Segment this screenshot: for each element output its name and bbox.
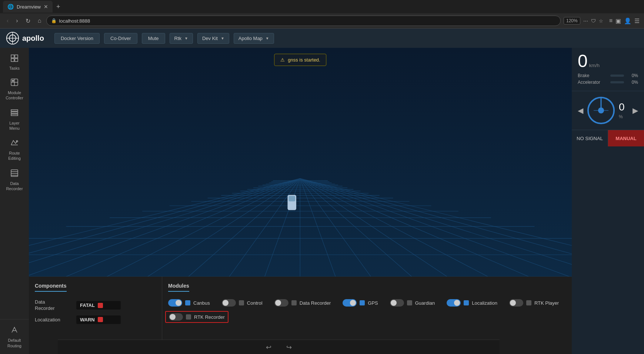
- menu-icon: ☰: [634, 17, 640, 24]
- apollo-map-dropdown[interactable]: Apollo Map ▼: [234, 33, 274, 44]
- bookmarks-icon: ≡: [609, 17, 613, 24]
- module-toggle-rtk-recorder[interactable]: [169, 313, 183, 321]
- brake-gauge-row: Brake 0%: [578, 73, 638, 78]
- module-toggle-data-recorder[interactable]: [274, 299, 288, 307]
- svg-rect-14: [11, 114, 18, 116]
- speed-panel: 0 km/h Brake 0% Accelerator: [572, 48, 644, 91]
- module-label-gps: GPS: [368, 300, 378, 306]
- component-row-localization: Localization WARN: [35, 315, 156, 324]
- new-tab-button[interactable]: +: [54, 3, 63, 11]
- brake-label: Brake: [578, 73, 607, 78]
- mode-badge: MANUAL: [608, 130, 644, 146]
- sidebar-item-layer-menu[interactable]: LayerMenu: [2, 105, 27, 134]
- mute-button[interactable]: Mute: [142, 33, 165, 44]
- svg-rect-6: [11, 59, 14, 62]
- module-item-control: Control: [222, 299, 263, 307]
- module-toggle-canbus[interactable]: [168, 299, 182, 307]
- module-toggle-control[interactable]: [222, 299, 236, 307]
- steering-left-button[interactable]: ◀: [578, 106, 583, 115]
- module-toggle-guardian[interactable]: [390, 299, 404, 307]
- sidebar-item-route-editing[interactable]: RouteEditing: [2, 135, 27, 164]
- steering-value: 0: [619, 101, 625, 113]
- module-item-rtk-recorder: RTK Recorder: [165, 311, 228, 323]
- steering-panel: ◀ 0 % ▶: [572, 91, 644, 130]
- module-toggle-gps[interactable]: [343, 299, 357, 307]
- module-label-rtk-recorder: RTK Recorder: [194, 314, 225, 320]
- nav-back-button[interactable]: ↩: [263, 342, 274, 353]
- alert-message: gnss is started.: [288, 57, 320, 63]
- mode-text: MANUAL: [615, 136, 636, 141]
- sidebar-item-tasks[interactable]: Tasks: [2, 51, 27, 73]
- module-label-canbus: Canbus: [193, 300, 210, 306]
- module-label-localization: Localization: [472, 300, 497, 306]
- map-area: ⚠ gnss is started. Components DataRecord…: [29, 48, 572, 354]
- svg-rect-7: [15, 59, 18, 62]
- status-dot-data-recorder: [98, 303, 103, 308]
- component-status-localization: WARN: [76, 315, 121, 324]
- dev-kit-dropdown[interactable]: Dev Kit ▼: [197, 33, 229, 44]
- docker-version-button[interactable]: Docker Version: [54, 33, 100, 44]
- modules-grid: Canbus Control Data Recorder: [168, 299, 566, 321]
- reload-button[interactable]: ↻: [23, 16, 33, 26]
- module-label-guardian: Guardian: [415, 300, 435, 306]
- apollo-logo-icon: [6, 32, 19, 45]
- zoom-level: 120%: [564, 17, 580, 24]
- main-content: Tasks ModuleController: [0, 48, 644, 354]
- module-toggle-rtk-player[interactable]: [509, 299, 523, 307]
- modules-panel: Modules Canbus Control: [162, 277, 572, 354]
- status-text-data-recorder: FATAL: [80, 302, 95, 308]
- layer-menu-icon: [10, 108, 19, 119]
- module-led-canbus: [185, 300, 190, 305]
- svg-point-11: [12, 80, 14, 82]
- tab-close-button[interactable]: ✕: [44, 4, 48, 10]
- apollo-map-label: Apollo Map: [238, 36, 263, 41]
- accelerator-value: 0%: [627, 80, 638, 85]
- bottom-panel: Components DataRecorder FATAL Localizati…: [29, 277, 572, 354]
- route-editing-label: RouteEditing: [8, 150, 21, 161]
- gauge-bars: Brake 0% Accelerator 0%: [578, 73, 638, 85]
- back-button[interactable]: ‹: [4, 16, 11, 26]
- sidebar-item-default-routing[interactable]: DefaultRouting: [2, 322, 27, 351]
- accelerator-label: Accelerator: [578, 80, 607, 85]
- rtk-dropdown[interactable]: Rtk ▼: [170, 33, 193, 44]
- status-text-localization: WARN: [80, 317, 95, 322]
- browser-tab[interactable]: 🌐 Dreamview ✕: [3, 1, 53, 13]
- component-name-data-recorder: DataRecorder: [35, 299, 72, 312]
- module-item-canbus: Canbus: [168, 299, 210, 307]
- address-bar[interactable]: 🔒 localhost:8888: [46, 16, 561, 26]
- tab-grid-icon: ▣: [615, 17, 621, 24]
- steering-right-button[interactable]: ▶: [633, 106, 638, 115]
- sidebar-item-module-controller[interactable]: ModuleController: [2, 75, 27, 104]
- module-led-control: [239, 300, 244, 305]
- right-panel: 0 km/h Brake 0% Accelerator: [572, 48, 644, 354]
- svg-rect-4: [11, 55, 14, 58]
- alert-banner: ⚠ gnss is started.: [274, 54, 326, 66]
- signal-text: NO SIGNAL: [577, 136, 603, 141]
- signal-badge: NO SIGNAL: [572, 130, 608, 146]
- profile-icon: 👤: [624, 17, 631, 24]
- tab-title: Dreamview: [17, 4, 41, 10]
- nav-forward-button[interactable]: ↪: [283, 342, 295, 353]
- module-item-gps: GPS: [343, 299, 378, 307]
- tasks-icon: [10, 54, 19, 64]
- speed-unit: km/h: [589, 63, 600, 68]
- component-row-data-recorder: DataRecorder FATAL: [35, 299, 156, 312]
- module-label-rtk-player: RTK Player: [534, 300, 559, 306]
- module-controller-icon: [10, 78, 19, 89]
- logo-text: apollo: [22, 34, 44, 43]
- sidebar-item-data-recorder[interactable]: DataRecorder: [2, 166, 27, 195]
- layer-menu-label: LayerMenu: [9, 120, 20, 131]
- brake-track: [610, 75, 624, 77]
- module-led-data-recorder: [291, 300, 297, 305]
- module-toggle-localization[interactable]: [447, 299, 461, 307]
- module-item-data-recorder: Data Recorder: [274, 299, 331, 307]
- data-recorder-icon: [10, 169, 19, 179]
- map-3d-view[interactable]: ⚠ gnss is started.: [29, 48, 572, 277]
- vehicle-icon: [287, 195, 296, 210]
- svg-rect-21: [29, 48, 572, 277]
- home-button[interactable]: ⌂: [36, 16, 44, 26]
- forward-button[interactable]: ›: [14, 16, 20, 26]
- co-driver-button[interactable]: Co-Driver: [104, 33, 137, 44]
- default-routing-label: DefaultRouting: [7, 338, 21, 348]
- tab-favicon: 🌐: [7, 4, 14, 10]
